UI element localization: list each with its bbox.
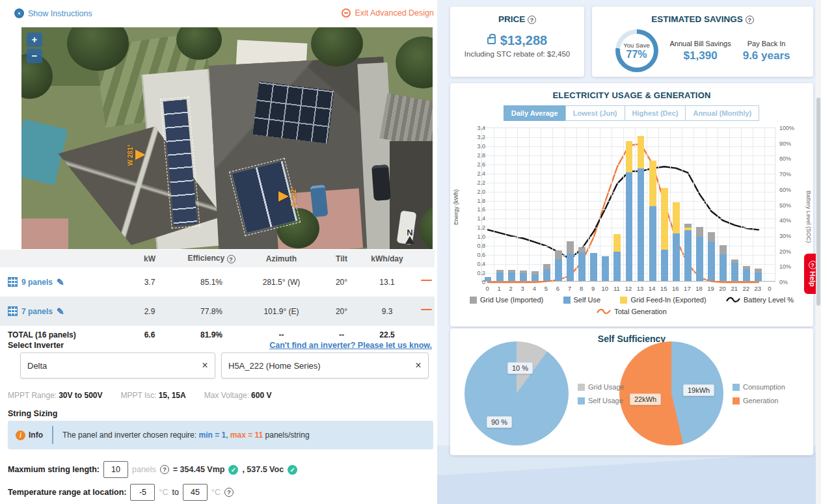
x-tick: 21 <box>728 285 741 292</box>
map-driveway-brick-2 <box>21 219 68 249</box>
inverter-brand-select[interactable]: × <box>20 352 215 378</box>
bar-segment <box>567 241 574 254</box>
y-tick: 2.4 <box>459 170 485 177</box>
show-instructions-link[interactable]: Show Instructions <box>14 8 92 18</box>
zoom-in-button[interactable]: + <box>27 33 42 47</box>
legend-item: Grid Feed-In (Exported) <box>620 296 706 304</box>
azimuth-arrow-east: E 102° <box>278 187 299 206</box>
gridline <box>482 137 775 138</box>
gridline <box>565 128 565 281</box>
bar-segment <box>590 253 597 281</box>
panel-row-name[interactable]: 9 panels <box>21 278 53 287</box>
inverter-model-select[interactable]: × <box>221 352 429 378</box>
bar-segment <box>543 269 550 281</box>
gridline <box>623 128 624 281</box>
grid-usage-pct-label: 10 % <box>507 362 533 374</box>
x-tick: 6 <box>552 285 565 292</box>
chart-title: ELECTRICITY USAGE & GENERATION <box>450 90 813 100</box>
cell-kwh-day: 9.3 <box>364 307 410 316</box>
savings-title: ESTIMATED SAVINGS ? <box>592 14 813 24</box>
x-tick: 9 <box>587 285 600 292</box>
azimuth-arrow-west: W 281° <box>127 144 146 166</box>
bar-segment <box>708 242 715 281</box>
bar-segment <box>613 252 621 281</box>
cell-kw: 3.7 <box>120 278 179 287</box>
bar-segment <box>755 269 762 272</box>
tab-highest-dec-[interactable]: Highest (Dec) <box>625 105 686 121</box>
cell-tilt: 20° <box>319 278 364 287</box>
legend-item: Battery Level % <box>726 296 794 304</box>
savings-help-icon[interactable]: ? <box>746 16 754 24</box>
efficiency-help-icon[interactable]: ? <box>227 255 236 263</box>
gridline <box>706 128 707 281</box>
gridline <box>588 128 589 281</box>
x-tick: 7 <box>563 285 576 292</box>
clear-icon[interactable]: × <box>409 360 428 371</box>
bar-segment <box>508 270 515 272</box>
celsius-unit: °C <box>211 488 221 497</box>
bar-segment <box>661 250 668 281</box>
col-azimuth: Azimuth <box>244 254 319 263</box>
gridline <box>517 128 518 281</box>
bar-segment <box>731 263 738 281</box>
y-tick: 3.2 <box>459 134 485 140</box>
page-scrollbar[interactable] <box>816 0 821 504</box>
tab-lowest-jun-[interactable]: Lowest (Jun) <box>565 105 625 121</box>
string-length-help-icon[interactable]: ? <box>160 465 169 474</box>
bar-segment <box>708 232 715 242</box>
temperature-help-icon[interactable]: ? <box>224 488 234 497</box>
bar-segment <box>602 256 609 281</box>
info-icon: i <box>16 431 25 440</box>
scrollbar-thumb[interactable] <box>816 98 820 306</box>
temp-min-input[interactable] <box>130 484 155 501</box>
bar-segment <box>626 172 633 281</box>
x-tick: 19 <box>705 285 718 292</box>
x-tick: 17 <box>680 285 693 292</box>
gridline <box>494 128 494 281</box>
inverter-help-link[interactable]: Can't find an inverter? Please let us kn… <box>269 341 432 350</box>
gridline <box>718 128 718 281</box>
y2-tick: 90% <box>779 140 803 147</box>
y-tick: 0.2 <box>459 270 485 276</box>
temp-max-input[interactable] <box>183 484 208 501</box>
max-string-length-label: Maxmium string length: <box>8 465 100 474</box>
max-string-length-input[interactable] <box>103 461 128 478</box>
col-kwh-day: kWh/day <box>364 254 410 263</box>
price-help-icon[interactable]: ? <box>528 16 536 24</box>
usage-generation-chart-card: ELECTRICITY USAGE & GENERATION Daily Ave… <box>450 83 813 326</box>
roof-aerial-map[interactable]: W 281° E 102° + − N <box>21 27 433 249</box>
y-tick: 0.8 <box>459 243 485 249</box>
design-panel: Show Instructions Exit Advanced Design <box>0 0 437 504</box>
you-save-value: 77% <box>626 49 647 60</box>
string-sizing-info-box: i Info The panel and inverter chosen req… <box>8 421 433 449</box>
edit-pencil-icon[interactable]: ✎ <box>57 306 64 317</box>
map-roof-corrugated <box>380 94 433 148</box>
price-amount: $13,288 <box>500 33 547 48</box>
bar-segment <box>684 224 692 228</box>
total-label: TOTAL (16 panels) <box>0 330 120 339</box>
bar-segment <box>638 136 645 168</box>
edit-pencil-icon[interactable]: ✎ <box>57 277 64 287</box>
y-axis-label: Energy (kWh) <box>453 161 459 252</box>
bar-segment <box>684 230 692 281</box>
gridline <box>635 128 636 281</box>
exit-advanced-design-link[interactable]: Exit Advanced Design <box>342 8 434 18</box>
cell-tilt: 20° <box>319 307 364 316</box>
vmp-check-icon: ✓ <box>228 465 238 475</box>
bar-segment <box>673 233 680 281</box>
inverter-brand-input[interactable] <box>21 361 195 371</box>
panel-row-name[interactable]: 7 panels <box>21 307 53 316</box>
tab-daily-average[interactable]: Daily Average <box>504 105 566 121</box>
vmp-value: = 354.45 Vmp <box>173 465 225 474</box>
x-tick: 11 <box>610 285 623 292</box>
gridline <box>682 128 682 281</box>
gridline <box>658 128 659 281</box>
legend-item: Total Generation <box>597 308 667 315</box>
clear-icon[interactable]: × <box>195 360 215 371</box>
self-sufficiency-card: Self Sufficiency 10 % 90 % 22kWh 19kWh G… <box>450 328 813 455</box>
pay-back-in: Pay Back In 9.6 years <box>743 40 790 62</box>
inverter-model-input[interactable] <box>222 361 409 371</box>
tab-annual-monthly-[interactable]: Annual (Monthly) <box>685 105 759 121</box>
zoom-out-button[interactable]: − <box>27 49 42 63</box>
bar-segment <box>755 272 762 281</box>
